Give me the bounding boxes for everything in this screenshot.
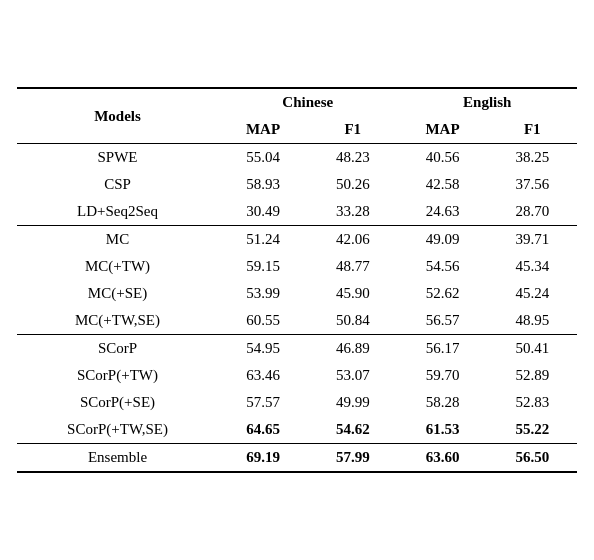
data-cell: 56.57 — [397, 307, 487, 335]
data-cell: 54.95 — [218, 335, 308, 363]
data-cell: 52.62 — [397, 280, 487, 307]
chinese-header: Chinese — [218, 88, 397, 116]
data-cell: 45.34 — [488, 253, 577, 280]
data-cell: 37.56 — [488, 171, 577, 198]
data-cell: 54.56 — [397, 253, 487, 280]
english-header: English — [397, 88, 577, 116]
data-cell: 38.25 — [488, 144, 577, 172]
data-cell: 57.57 — [218, 389, 308, 416]
table-container: Models Chinese English MAP F1 MAP F1 SPW… — [17, 87, 577, 473]
table-row: CSP58.9350.2642.5837.56 — [17, 171, 577, 198]
data-cell: 53.07 — [308, 362, 397, 389]
data-cell: 33.28 — [308, 198, 397, 226]
table-row: MC51.2442.0649.0939.71 — [17, 226, 577, 254]
data-cell: 52.89 — [488, 362, 577, 389]
data-cell: 58.93 — [218, 171, 308, 198]
data-cell: 39.71 — [488, 226, 577, 254]
data-cell: 56.17 — [397, 335, 487, 363]
data-cell: 45.24 — [488, 280, 577, 307]
group-header-row: Models Chinese English — [17, 88, 577, 116]
data-cell: 48.77 — [308, 253, 397, 280]
data-cell: 40.56 — [397, 144, 487, 172]
model-name: MC(+TW) — [17, 253, 218, 280]
data-cell: 55.04 — [218, 144, 308, 172]
data-cell: 49.99 — [308, 389, 397, 416]
table-row: SCorP(+SE)57.5749.9958.2852.83 — [17, 389, 577, 416]
data-cell: 50.41 — [488, 335, 577, 363]
table-row: LD+Seq2Seq30.4933.2824.6328.70 — [17, 198, 577, 226]
data-cell: 28.70 — [488, 198, 577, 226]
data-cell: 50.26 — [308, 171, 397, 198]
model-name: SCorP(+TW) — [17, 362, 218, 389]
table-row: MC(+TW,SE)60.5550.8456.5748.95 — [17, 307, 577, 335]
data-cell: 59.15 — [218, 253, 308, 280]
data-cell: 58.28 — [397, 389, 487, 416]
model-name: MC — [17, 226, 218, 254]
data-cell: 24.63 — [397, 198, 487, 226]
data-cell: 49.09 — [397, 226, 487, 254]
en-f1-header: F1 — [488, 116, 577, 144]
en-map-header: MAP — [397, 116, 487, 144]
table-row: SCorP(+TW,SE)64.6554.6261.5355.22 — [17, 416, 577, 444]
data-cell: 59.70 — [397, 362, 487, 389]
data-cell: 52.83 — [488, 389, 577, 416]
data-cell: 48.95 — [488, 307, 577, 335]
model-name: LD+Seq2Seq — [17, 198, 218, 226]
model-name: MC(+SE) — [17, 280, 218, 307]
data-cell: 51.24 — [218, 226, 308, 254]
data-cell: 69.19 — [218, 444, 308, 473]
model-name: SCorP(+TW,SE) — [17, 416, 218, 444]
table-row: MC(+TW)59.1548.7754.5645.34 — [17, 253, 577, 280]
data-cell: 45.90 — [308, 280, 397, 307]
table-row: MC(+SE)53.9945.9052.6245.24 — [17, 280, 577, 307]
models-header: Models — [17, 88, 218, 144]
data-cell: 60.55 — [218, 307, 308, 335]
data-cell: 64.65 — [218, 416, 308, 444]
model-name: CSP — [17, 171, 218, 198]
data-cell: 50.84 — [308, 307, 397, 335]
model-name: SCorP(+SE) — [17, 389, 218, 416]
data-cell: 54.62 — [308, 416, 397, 444]
ensemble-row: Ensemble69.1957.9963.6056.50 — [17, 444, 577, 473]
model-name: SPWE — [17, 144, 218, 172]
data-cell: 48.23 — [308, 144, 397, 172]
data-cell: 57.99 — [308, 444, 397, 473]
data-cell: 61.53 — [397, 416, 487, 444]
model-name: SCorP — [17, 335, 218, 363]
data-cell: 56.50 — [488, 444, 577, 473]
data-cell: 55.22 — [488, 416, 577, 444]
ch-map-header: MAP — [218, 116, 308, 144]
data-cell: 42.06 — [308, 226, 397, 254]
table-row: SCorP54.9546.8956.1750.41 — [17, 335, 577, 363]
table-row: SCorP(+TW)63.4653.0759.7052.89 — [17, 362, 577, 389]
ch-f1-header: F1 — [308, 116, 397, 144]
data-cell: 30.49 — [218, 198, 308, 226]
table-row: SPWE55.0448.2340.5638.25 — [17, 144, 577, 172]
data-cell: 63.46 — [218, 362, 308, 389]
model-name: MC(+TW,SE) — [17, 307, 218, 335]
data-cell: 53.99 — [218, 280, 308, 307]
data-cell: 42.58 — [397, 171, 487, 198]
results-table: Models Chinese English MAP F1 MAP F1 SPW… — [17, 87, 577, 473]
data-cell: 63.60 — [397, 444, 487, 473]
data-cell: 46.89 — [308, 335, 397, 363]
